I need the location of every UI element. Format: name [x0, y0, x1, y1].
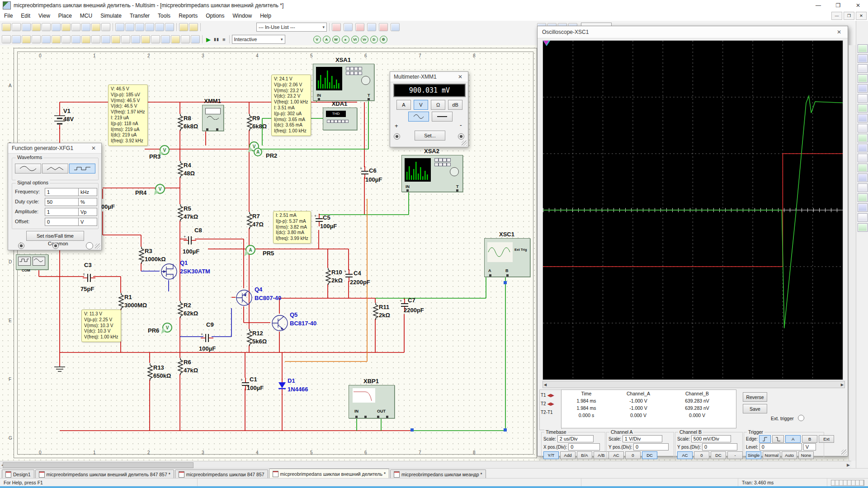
component-C9-value[interactable]: 100µF: [199, 345, 216, 352]
component-R7-value[interactable]: 47Ω: [252, 221, 264, 228]
instrument-XSA1[interactable]: INT: [313, 64, 374, 101]
analog-icon[interactable]: [42, 35, 51, 43]
mcu-icon[interactable]: [171, 35, 180, 43]
component-C7-refdes[interactable]: C7: [408, 297, 415, 304]
component-Q4-refdes[interactable]: Q4: [255, 286, 262, 293]
component-Q1-value[interactable]: 2SK30ATM: [180, 268, 210, 275]
menu-mcu[interactable]: MCU: [76, 11, 96, 20]
frequency-counter-icon[interactable]: [858, 104, 868, 113]
ac-mode-button[interactable]: [408, 112, 429, 122]
export-to-other-icon[interactable]: [344, 23, 353, 31]
resize-grip[interactable]: [95, 244, 100, 249]
component-R3-value[interactable]: 1000kΩ: [145, 256, 166, 263]
open-icon[interactable]: [12, 23, 21, 31]
indicator-icon[interactable]: [91, 35, 100, 43]
menu-simulate[interactable]: Simulate: [96, 11, 126, 20]
channel-b-mode-ac-button[interactable]: AC: [677, 451, 693, 459]
reverse-button[interactable]: Reverse: [743, 392, 767, 402]
copy-icon[interactable]: [71, 23, 80, 31]
component-C1-value[interactable]: 100µF: [247, 385, 264, 391]
menu-view[interactable]: View: [34, 11, 54, 20]
triangle-wave-button[interactable]: [42, 164, 68, 174]
fg-offset-input[interactable]: 0: [45, 218, 79, 226]
basic-icon[interactable]: [12, 35, 21, 43]
agilent-function-generator-icon[interactable]: [858, 174, 868, 182]
instrument-XBP1[interactable]: INOUT: [349, 385, 395, 418]
menu-help[interactable]: Help: [256, 11, 275, 20]
save-icon[interactable]: [32, 23, 41, 31]
menu-place[interactable]: Place: [54, 11, 76, 20]
component-R11-refdes[interactable]: R11: [379, 304, 389, 310]
fg-common-terminal[interactable]: [52, 243, 59, 249]
tab-doc-1[interactable]: micpreobrimpedans шиклаи внешний делител…: [35, 469, 174, 479]
fg-minus-terminal[interactable]: [86, 242, 93, 249]
bode-plotter-icon[interactable]: [858, 94, 868, 103]
fg-dutycycle-input[interactable]: 50: [45, 198, 79, 206]
menu-file[interactable]: File: [0, 11, 17, 20]
component-C3-symbol[interactable]: +: [83, 272, 95, 283]
cmos-icon[interactable]: [61, 35, 71, 43]
mm-plus-terminal[interactable]: [394, 133, 400, 140]
mm-mode-a-button[interactable]: A: [396, 100, 411, 110]
channel-a-scale-input[interactable]: 1 V/Div: [623, 435, 662, 442]
timebase-mode-b-a-button[interactable]: B/A: [577, 451, 592, 459]
component-fragment-value[interactable]: 00µF: [101, 203, 115, 210]
four-channel-scope-icon[interactable]: [858, 84, 868, 93]
connector-icon[interactable]: [161, 35, 170, 43]
component-C3-value[interactable]: 75pF: [80, 286, 94, 292]
ttl-icon[interactable]: [52, 35, 61, 43]
component-R1-refdes[interactable]: R1: [124, 294, 132, 300]
component-C3-refdes[interactable]: C3: [84, 262, 92, 268]
close-button[interactable]: ✕: [848, 0, 868, 11]
channel-a-mode-dc-button[interactable]: DC: [642, 451, 657, 459]
maximize-button[interactable]: ❐: [828, 0, 848, 11]
transistor-icon[interactable]: [32, 35, 41, 43]
close-icon[interactable]: ✕: [90, 145, 98, 151]
component-D1-refdes[interactable]: D1: [288, 377, 295, 384]
power-icon[interactable]: [101, 35, 110, 43]
fg-unit[interactable]: %: [78, 198, 97, 206]
diff-voltage-probe-icon[interactable]: ±: [342, 36, 349, 43]
component-C7-value[interactable]: 2200pF: [404, 307, 424, 314]
instrument-XDA1[interactable]: THD: [323, 108, 357, 130]
ni-component-icon[interactable]: [151, 35, 160, 43]
square-wave-button[interactable]: [69, 164, 95, 174]
tab-doc-2[interactable]: micpreobrimpedans шиклаи 847 857: [175, 469, 268, 479]
instrument-XMM1[interactable]: [202, 105, 224, 131]
cursor-t2-control[interactable]: T2 ◀▶: [541, 401, 561, 406]
channel-b-mode-0-button[interactable]: 0: [694, 451, 709, 459]
component-R8-value[interactable]: 6k8Ω: [184, 123, 198, 130]
component-Q4-symbol[interactable]: [235, 288, 254, 308]
instrument-XSA2[interactable]: INT: [401, 155, 463, 192]
graphs-icon[interactable]: [145, 23, 154, 31]
component-R4-refdes[interactable]: R4: [184, 162, 191, 169]
open-sample-icon[interactable]: [22, 23, 31, 31]
component-R13-refdes[interactable]: R13: [153, 364, 164, 371]
undo-icon[interactable]: [91, 23, 100, 31]
menu-tools[interactable]: Tools: [154, 11, 175, 20]
component-R3-symbol[interactable]: [138, 247, 145, 265]
component-C6-refdes[interactable]: C6: [369, 167, 377, 174]
component-R10-refdes[interactable]: R10: [331, 269, 342, 276]
child-minimize-button[interactable]: —: [831, 12, 842, 20]
component-D1-value[interactable]: 1N4466: [288, 386, 308, 393]
trigger-edge-rising-button[interactable]: [759, 435, 771, 443]
cursor-t1-control[interactable]: T1 ◀▶: [541, 393, 561, 398]
channel-a-mode-0-button[interactable]: 0: [625, 451, 641, 459]
set-button[interactable]: Set...: [415, 131, 445, 141]
component-R9-refdes[interactable]: R9: [252, 115, 260, 122]
database-manager-icon[interactable]: [189, 23, 198, 31]
component-R13-value[interactable]: 650kΩ: [153, 372, 171, 379]
component-R6-symbol[interactable]: [177, 358, 184, 376]
trigger-mode-single-button[interactable]: Single: [746, 451, 761, 459]
mm-mode-ω-button[interactable]: Ω: [431, 100, 445, 110]
voltage-probe-icon[interactable]: V: [313, 36, 321, 43]
component-Q5-value[interactable]: BC817-40: [290, 320, 316, 327]
new-icon[interactable]: [2, 23, 11, 31]
component-R9-value[interactable]: 6k8Ω: [252, 123, 267, 130]
distortion-analyzer-icon[interactable]: [858, 154, 868, 162]
selection-handle[interactable]: [504, 281, 507, 284]
component-R12-value[interactable]: 5k6Ω: [252, 338, 267, 345]
rf-icon[interactable]: [131, 35, 140, 43]
dc-mode-button[interactable]: [432, 112, 453, 122]
